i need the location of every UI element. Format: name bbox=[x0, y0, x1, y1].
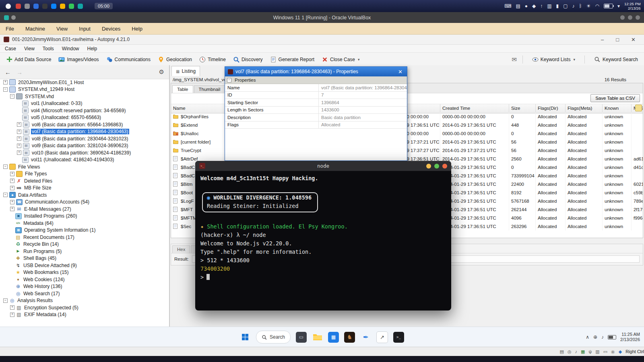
terminal-titlebar[interactable]: >_ node bbox=[195, 161, 451, 171]
tree-item[interactable]: </>Metadata (64) bbox=[0, 220, 169, 227]
generate-report-button[interactable]: Generate Report bbox=[266, 55, 318, 64]
network-icon[interactable]: ⊕ bbox=[593, 334, 597, 340]
expand-icon[interactable]: + bbox=[17, 136, 21, 141]
chevron-down-icon[interactable]: ▾ bbox=[617, 4, 620, 8]
upload-icon[interactable]: ↑ bbox=[540, 4, 543, 8]
app-green-icon[interactable] bbox=[69, 4, 74, 9]
close-button[interactable] bbox=[442, 164, 447, 169]
tree-item[interactable]: +▤vol6 (Basic data partition: 65664-1396… bbox=[0, 121, 169, 128]
keyboard-icon[interactable]: ⌨ bbox=[504, 4, 511, 8]
tree-item[interactable]: +▤vol7 (Basic data partition: 1396864-28… bbox=[0, 128, 169, 136]
column-header[interactable]: Size bbox=[509, 104, 536, 113]
collapse-icon[interactable]: − bbox=[3, 193, 8, 197]
expand-icon[interactable]: + bbox=[10, 179, 14, 183]
tree-item[interactable]: +File Types bbox=[0, 171, 169, 178]
brightness-icon[interactable]: ☀ bbox=[586, 4, 591, 8]
app-azure-icon[interactable] bbox=[51, 4, 56, 9]
taskbar-app-terminal[interactable]: >_ bbox=[393, 332, 404, 343]
tree-item[interactable]: +☎Communication Accounts (54) bbox=[0, 199, 169, 206]
expand-icon[interactable]: + bbox=[3, 80, 8, 84]
property-value[interactable]: Allocated bbox=[319, 122, 407, 127]
optical-disk-icon[interactable]: ◎ bbox=[568, 350, 572, 354]
tree-item[interactable]: −SYSTEM.vhd_12949 Host bbox=[0, 86, 169, 93]
property-value[interactable]: Basic data partition bbox=[319, 115, 407, 120]
search-input[interactable]: Search bbox=[256, 331, 291, 343]
expand-icon[interactable]: + bbox=[17, 122, 21, 127]
expand-icon[interactable]: + bbox=[10, 313, 14, 317]
taskbar-app-file-explorer[interactable] bbox=[312, 332, 323, 343]
chevron-up-icon[interactable]: ∧ bbox=[586, 334, 589, 340]
tree-item[interactable]: ▤vol5 (Unallocated: 65570-65663) bbox=[0, 114, 169, 121]
app-gray-icon[interactable] bbox=[25, 4, 30, 9]
record-icon[interactable]: ● bbox=[525, 4, 528, 8]
menu-tools[interactable]: Tools bbox=[43, 46, 54, 51]
tree-item[interactable]: ↯USB Device Attached (9) bbox=[0, 262, 169, 269]
add-data-source-button[interactable]: Add Data Source bbox=[2, 55, 55, 64]
tree-item[interactable]: −File Views bbox=[0, 163, 169, 171]
minimize-button[interactable]: – bbox=[601, 37, 604, 43]
tree-item[interactable]: −◆Data Artifacts bbox=[0, 191, 169, 199]
tree-item[interactable]: ▤vol11 (Unallocated: 4186240-4194303) bbox=[0, 156, 169, 164]
tree-item[interactable]: ▤vol1 (Unallocated: 0-33) bbox=[0, 100, 169, 107]
usb-icon[interactable]: ψ bbox=[588, 350, 592, 354]
tree-item[interactable]: ◎Web Search (17) bbox=[0, 290, 169, 297]
back-button[interactable]: ← bbox=[5, 69, 11, 76]
collapse-icon[interactable]: − bbox=[3, 298, 8, 303]
expand-icon[interactable]: + bbox=[17, 144, 21, 148]
audio-icon[interactable]: ♪ bbox=[575, 350, 578, 354]
hdd-icon[interactable]: ▤ bbox=[560, 350, 564, 354]
column-settings-icon[interactable] bbox=[635, 105, 642, 111]
ingest-inbox-icon[interactable]: ✉ bbox=[512, 56, 517, 63]
app-red-icon[interactable] bbox=[16, 4, 21, 9]
keyword-lists-button[interactable]: Keyword Lists ▾ bbox=[528, 55, 579, 64]
bluetooth-icon[interactable]: ᛒ bbox=[579, 4, 582, 8]
tree-item[interactable]: ▤Recent Documents (17) bbox=[0, 234, 169, 241]
vbox-menu-devices[interactable]: Devices bbox=[102, 26, 120, 32]
shared-folders-icon[interactable]: ▥ bbox=[595, 350, 599, 354]
view-tab-thumbnail[interactable]: Thumbnail bbox=[194, 85, 225, 93]
menu-help[interactable]: Help bbox=[87, 46, 97, 51]
shield-icon[interactable]: ◆ bbox=[532, 4, 536, 8]
column-header[interactable]: Known bbox=[603, 104, 632, 113]
column-header[interactable]: Flags(Dir) bbox=[536, 104, 566, 113]
menubar-clock[interactable]: 12:25 PM 2/13/26 bbox=[624, 2, 641, 10]
expand-icon[interactable]: + bbox=[17, 130, 21, 134]
autopsy-titlebar[interactable]: 001-2020JimmyWilson.E01-raviheima - Auto… bbox=[0, 35, 644, 45]
tree-item[interactable]: +▨Encryption Suspected (5) bbox=[0, 304, 169, 311]
taskbar-app-ink[interactable]: ✒ bbox=[360, 332, 371, 343]
tree-item[interactable]: +MBMB File Size bbox=[0, 185, 169, 192]
clipboard-icon[interactable]: ▥ bbox=[547, 4, 551, 8]
volume-icon[interactable]: ♪ bbox=[572, 4, 575, 8]
taskbar-app-desktop[interactable]: ▭ bbox=[296, 332, 307, 343]
gear-icon[interactable]: ⚙ bbox=[159, 68, 164, 76]
apple-icon[interactable] bbox=[6, 4, 11, 9]
tiles-icon[interactable]: ▤ bbox=[516, 4, 520, 8]
properties-dialog-titlebar[interactable]: vol7 (Basic data partition: 1396864-2830… bbox=[225, 67, 407, 76]
tree-item[interactable]: −SYSTEM.vhd bbox=[0, 93, 169, 100]
minimize-button[interactable] bbox=[620, 15, 625, 20]
tree-item[interactable]: ●Web Cookies (124) bbox=[0, 276, 169, 283]
vbox-menu-input[interactable]: Input bbox=[79, 26, 91, 32]
tree-item[interactable]: +▤vol10 (Basic data partition: 3690624-4… bbox=[0, 149, 169, 156]
tree-item[interactable]: +✗Deleted Files bbox=[0, 177, 169, 185]
vbox-menu-view[interactable]: View bbox=[56, 26, 68, 32]
property-value[interactable]: 1433600 bbox=[319, 107, 407, 112]
view-tab-table[interactable]: Table bbox=[172, 85, 193, 93]
terminal-output[interactable]: Welcome m4d_5c13nt15t Happy Hacking. ◉ W… bbox=[195, 171, 451, 285]
images-videos-button[interactable]: Images/Videos bbox=[55, 55, 102, 64]
properties-section-header[interactable]: − Properties bbox=[225, 76, 407, 84]
expand-icon[interactable]: + bbox=[10, 172, 14, 176]
menu-window[interactable]: Window bbox=[62, 46, 79, 51]
start-button[interactable] bbox=[240, 332, 251, 343]
tree-item[interactable]: −◎Analysis Results bbox=[0, 297, 169, 304]
tree-item[interactable]: ❖Shell Bags (45) bbox=[0, 255, 169, 262]
zoom-button[interactable] bbox=[434, 164, 439, 169]
tree-item[interactable]: +✉E-Mail Messages (27) bbox=[0, 206, 169, 213]
tree-item[interactable]: ⊕Web History (136) bbox=[0, 283, 169, 290]
taskbar-app-store[interactable]: ▦ bbox=[328, 332, 339, 343]
app-yellow-icon[interactable] bbox=[60, 4, 65, 9]
battery-icon[interactable] bbox=[608, 335, 616, 339]
maximize-button[interactable] bbox=[628, 15, 632, 20]
minimize-button[interactable] bbox=[426, 164, 431, 169]
wifi-icon[interactable]: ◠ bbox=[595, 4, 599, 8]
